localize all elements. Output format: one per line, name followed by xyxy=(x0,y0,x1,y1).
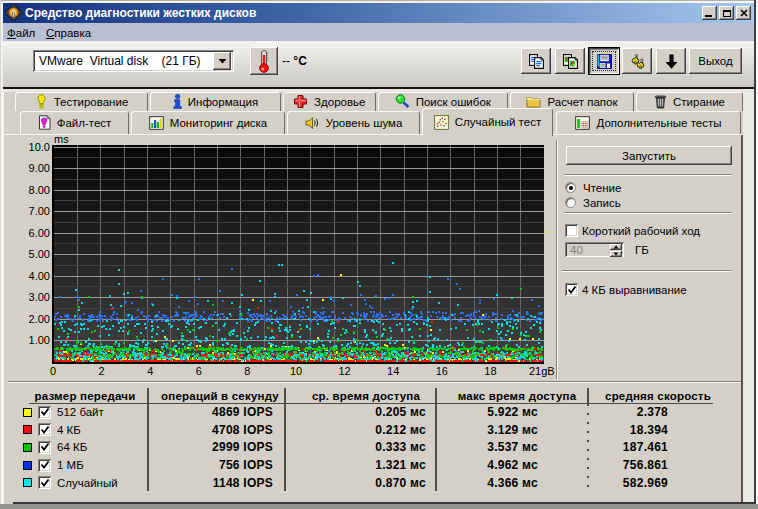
svg-text:2: 2 xyxy=(99,365,105,377)
svg-text:10: 10 xyxy=(290,365,302,377)
svg-text:8.00: 8.00 xyxy=(29,184,50,196)
svg-text:2.00: 2.00 xyxy=(29,313,50,325)
svg-text:6: 6 xyxy=(196,365,202,377)
svg-text:5.00: 5.00 xyxy=(29,248,50,260)
svg-text:6.00: 6.00 xyxy=(29,227,50,239)
svg-text:8: 8 xyxy=(244,365,250,377)
svg-text:10.0: 10.0 xyxy=(29,141,50,153)
svg-text:21gB: 21gB xyxy=(529,365,555,377)
svg-text:0: 0 xyxy=(50,365,56,377)
svg-text:1.00: 1.00 xyxy=(29,334,50,346)
svg-text:7.00: 7.00 xyxy=(29,205,50,217)
svg-text:4: 4 xyxy=(147,365,153,377)
svg-text:4.00: 4.00 xyxy=(29,270,50,282)
svg-text:ms: ms xyxy=(54,133,69,145)
svg-text:14: 14 xyxy=(387,365,399,377)
svg-text:18: 18 xyxy=(484,365,496,377)
svg-text:12: 12 xyxy=(338,365,350,377)
svg-text:9.00: 9.00 xyxy=(29,162,50,174)
svg-text:16: 16 xyxy=(436,365,448,377)
svg-text:3.00: 3.00 xyxy=(29,291,50,303)
